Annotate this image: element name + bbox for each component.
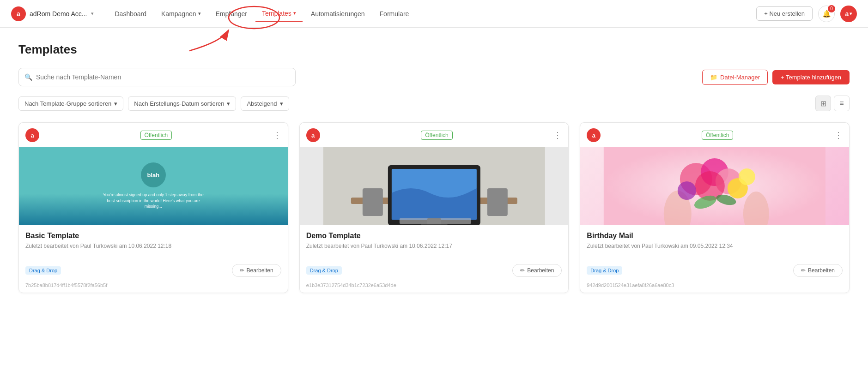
date-sort-dropdown[interactable]: Nach Erstellungs-Datum sortieren ▾ (128, 96, 236, 111)
nav-item-automatisierungen[interactable]: Automatisierungen (304, 6, 371, 21)
order-chevron-icon: ▾ (280, 100, 283, 107)
card-badge-basic: Öffentlich (140, 131, 172, 140)
nav-item-formulare[interactable]: Formulare (373, 6, 416, 21)
template-grid: a Öffentlich ⋮ blah You're almost signed… (18, 122, 850, 293)
card-body-birthday: Birthday Mail Zuletzt bearbeitet von Pau… (580, 225, 849, 259)
card-header-demo: a Öffentlich ⋮ (300, 123, 569, 147)
notification-button[interactable]: 🔔 0 (818, 6, 835, 22)
header-actions: + Neu erstellen 🔔 0 a ▾ (756, 6, 857, 22)
svg-point-19 (678, 181, 696, 200)
card-logo-demo: a (306, 128, 320, 142)
nav-item-dashboard[interactable]: Dashboard (109, 6, 153, 21)
search-input[interactable] (36, 73, 290, 81)
birthday-svg (580, 147, 849, 225)
card-title-basic: Basic Template (25, 232, 281, 240)
notification-badge: 0 (828, 5, 835, 12)
filter-bar: Nach Template-Gruppe sortieren ▾ Nach Er… (18, 96, 850, 111)
svg-rect-7 (420, 224, 448, 225)
account-name: adRom Demo Acc... (30, 10, 87, 18)
main-content: Templates 🔍 📁 Datei-Manager + Template h… (0, 28, 868, 366)
page-title: Templates (18, 42, 850, 57)
card-preview-birthday (580, 147, 849, 225)
svg-rect-8 (399, 218, 471, 224)
card-badge-demo: Öffentlich (421, 131, 452, 140)
edit-button-demo[interactable]: ✏ Bearbeiten (512, 264, 562, 277)
blah-badge: blah (141, 162, 166, 187)
card-header-birthday: a Öffentlich ⋮ (580, 123, 849, 147)
drag-drop-tag-basic: Drag & Drop (25, 266, 61, 275)
group-sort-chevron-icon: ▾ (114, 100, 117, 107)
card-footer-basic: Drag & Drop ✏ Bearbeiten (19, 259, 288, 282)
card-title-demo: Demo Template (306, 232, 562, 240)
edit-button-birthday[interactable]: ✏ Bearbeiten (793, 264, 843, 277)
action-buttons: 📁 Datei-Manager + Template hinzufügen (702, 70, 850, 85)
user-avatar[interactable]: a ▾ (840, 6, 857, 22)
grid-icon: ⊞ (820, 99, 826, 108)
card-hash-basic: 7b25ba8b817d4ff1b4f5578f2fa56b5f (19, 282, 288, 293)
file-manager-button[interactable]: 📁 Datei-Manager (702, 70, 768, 85)
main-nav: Dashboard Kampagnen ▾ Empfänger Template… (109, 6, 757, 22)
card-title-birthday: Birthday Mail (587, 232, 843, 240)
order-dropdown[interactable]: Absteigend ▾ (241, 96, 289, 111)
nav-item-templates[interactable]: Templates ▾ (255, 6, 303, 22)
list-view-button[interactable]: ≡ (834, 96, 850, 111)
nav-item-kampagnen[interactable]: Kampagnen ▾ (155, 6, 207, 21)
search-box: 🔍 (18, 68, 296, 86)
add-template-button[interactable]: + Template hinzufügen (772, 70, 850, 84)
template-card-birthday: a Öffentlich ⋮ (580, 122, 850, 293)
date-sort-chevron-icon: ▾ (227, 100, 230, 107)
templates-dropdown-icon: ▾ (293, 10, 296, 16)
card-logo-birthday: a (587, 128, 601, 142)
card-logo-basic: a (25, 128, 39, 142)
card-header-basic: a Öffentlich ⋮ (19, 123, 288, 147)
template-card-basic: a Öffentlich ⋮ blah You're almost signed… (18, 122, 288, 293)
file-manager-icon: 📁 (710, 74, 717, 81)
card-hash-demo: e1b3e37312754d34b1c7232e6a53d4de (300, 282, 569, 293)
edit-button-basic[interactable]: ✏ Bearbeiten (232, 264, 281, 277)
group-sort-dropdown[interactable]: Nach Template-Gruppe sortieren ▾ (18, 96, 123, 111)
template-card-demo: a Öffentlich ⋮ (299, 122, 569, 293)
svg-point-18 (739, 168, 755, 185)
logo[interactable]: a adRom Demo Acc... ▾ (11, 6, 94, 21)
card-menu-birthday[interactable]: ⋮ (834, 130, 843, 140)
edit-pencil-icon-demo: ✏ (520, 267, 525, 274)
card-body-demo: Demo Template Zuletzt bearbeitet von Pau… (300, 225, 569, 259)
card-meta-birthday: Zuletzt bearbeitet von Paul Turkowski am… (587, 243, 843, 249)
account-dropdown-icon[interactable]: ▾ (91, 11, 94, 17)
new-button[interactable]: + Neu erstellen (756, 6, 813, 21)
view-toggle: ⊞ ≡ (815, 96, 850, 111)
card-footer-demo: Drag & Drop ✏ Bearbeiten (300, 259, 569, 282)
drag-drop-tag-demo: Drag & Drop (306, 266, 342, 275)
card-preview-basic: blah You're almost signed up and only 1 … (19, 147, 288, 225)
card-meta-demo: Zuletzt bearbeitet von Paul Turkowski am… (306, 243, 562, 249)
card-hash-birthday: 942d9d2001524e31aefa8f26a6ae80c3 (580, 282, 849, 293)
search-icon: 🔍 (24, 73, 32, 81)
nav-item-empfaenger[interactable]: Empfänger (209, 6, 254, 21)
card-menu-demo[interactable]: ⋮ (553, 130, 562, 140)
edit-pencil-icon-birthday: ✏ (801, 267, 806, 274)
card-menu-basic[interactable]: ⋮ (273, 130, 281, 140)
card-badge-birthday: Öffentlich (702, 131, 733, 140)
edit-pencil-icon-basic: ✏ (240, 267, 244, 274)
card-body-basic: Basic Template Zuletzt bearbeitet von Pa… (19, 225, 288, 259)
preview-text-basic: You're almost signed up and only 1 step … (103, 192, 204, 210)
card-preview-demo (300, 147, 569, 225)
header: a adRom Demo Acc... ▾ Dashboard Kampagne… (0, 0, 868, 28)
monitor-svg (300, 147, 569, 225)
drag-drop-tag-birthday: Drag & Drop (587, 266, 622, 275)
svg-rect-10 (487, 188, 507, 216)
logo-circle: a (11, 6, 26, 21)
kampagnen-dropdown-icon: ▾ (198, 11, 201, 17)
list-icon: ≡ (839, 99, 844, 108)
grid-view-button[interactable]: ⊞ (815, 96, 831, 111)
search-action-bar: 🔍 📁 Datei-Manager + Template hinzufügen (18, 68, 850, 86)
card-footer-birthday: Drag & Drop ✏ Bearbeiten (580, 259, 849, 282)
card-meta-basic: Zuletzt bearbeitet von Paul Turkowski am… (25, 243, 281, 249)
svg-rect-9 (362, 188, 382, 216)
